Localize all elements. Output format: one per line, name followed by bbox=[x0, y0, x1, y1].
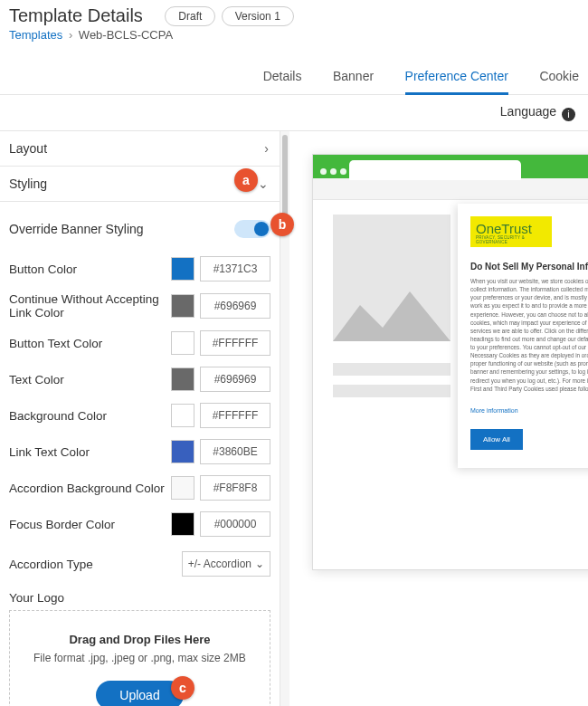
override-label: Override Banner Styling bbox=[9, 222, 144, 236]
color-hex-input[interactable]: #FFFFFF bbox=[200, 403, 270, 428]
annotation-c: c bbox=[171, 676, 194, 700]
color-label: Continue Without Accepting Link Color bbox=[9, 292, 171, 320]
info-icon[interactable]: i bbox=[562, 108, 575, 121]
color-label: Accordion Background Color bbox=[9, 482, 171, 495]
svg-marker-0 bbox=[333, 291, 450, 341]
tab-banner[interactable]: Banner bbox=[333, 60, 374, 94]
color-label: Button Text Color bbox=[9, 337, 171, 350]
page-header: Template Details Draft Version 1 Templat… bbox=[0, 0, 588, 42]
accordion-type-row: Accordion Type +/- Accordion ⌄ bbox=[9, 542, 270, 586]
color-label: Link Text Color bbox=[9, 445, 171, 459]
color-swatch[interactable] bbox=[171, 476, 194, 500]
color-hex-input[interactable]: #3860BE bbox=[200, 439, 270, 464]
color-label: Button Color bbox=[9, 262, 171, 276]
language-row: Language i bbox=[0, 95, 588, 130]
color-hex-input[interactable]: #1371C3 bbox=[200, 256, 270, 281]
placeholder-bar-2 bbox=[333, 385, 450, 397]
color-row-3: Text Color#696969 bbox=[9, 361, 270, 397]
onetrust-logo-text: OneTrust bbox=[476, 222, 546, 235]
color-hex-input[interactable]: #696969 bbox=[200, 293, 270, 319]
preview-modal: OneTrust PRIVACY, SECURITY & GOVERNANCE … bbox=[458, 204, 588, 468]
accordion-type-value: +/- Accordion bbox=[188, 558, 251, 570]
color-swatch[interactable] bbox=[171, 440, 194, 463]
placeholder-bar-1 bbox=[333, 363, 450, 376]
pill-version: Version 1 bbox=[222, 6, 294, 26]
accordion-type-select[interactable]: +/- Accordion ⌄ bbox=[182, 551, 270, 577]
preview-browser: OneTrust PRIVACY, SECURITY & GOVERNANCE … bbox=[312, 154, 588, 570]
color-swatch[interactable] bbox=[171, 331, 194, 355]
main-area: Layout › Styling ⌄ a Override Banner Sty… bbox=[0, 130, 588, 706]
preview-pane: OneTrust PRIVACY, SECURITY & GOVERNANCE … bbox=[289, 131, 588, 706]
chevron-right-icon: › bbox=[69, 28, 72, 42]
color-swatch[interactable] bbox=[171, 257, 194, 281]
tab-cookie[interactable]: Cookie bbox=[539, 60, 579, 94]
color-swatch[interactable] bbox=[171, 512, 194, 536]
chevron-down-icon: ⌄ bbox=[258, 176, 269, 191]
pill-draft: Draft bbox=[165, 6, 215, 26]
preview-url-bar bbox=[313, 178, 588, 200]
preview-browser-top bbox=[313, 155, 588, 178]
color-swatch[interactable] bbox=[171, 367, 194, 391]
status-pills: Draft Version 1 bbox=[165, 6, 296, 26]
annotation-b: b bbox=[270, 213, 294, 236]
styling-panel: Override Banner Styling b Button Color#1… bbox=[0, 202, 280, 706]
color-hex-input[interactable]: #696969 bbox=[200, 367, 270, 392]
scrollbar-thumb[interactable] bbox=[282, 135, 288, 216]
preview-allow-all-button[interactable]: Allow All bbox=[470, 429, 523, 450]
chevron-down-icon: ⌄ bbox=[255, 558, 264, 570]
breadcrumb-current: Web-BCLS-CCPA bbox=[79, 28, 173, 42]
logo-dropzone[interactable]: Drag and Drop Files Here File format .jp… bbox=[9, 610, 270, 706]
section-layout-label: Layout bbox=[9, 141, 47, 156]
language-label: Language bbox=[500, 104, 556, 119]
preview-body: OneTrust PRIVACY, SECURITY & GOVERNANCE … bbox=[313, 200, 588, 570]
preview-modal-body: When you visit our website, we store coo… bbox=[470, 277, 588, 393]
color-row-7: Focus Border Color#000000 bbox=[9, 506, 270, 542]
color-row-0: Button Color#1371C3 bbox=[9, 251, 270, 287]
color-row-6: Accordion Background Color#F8F8F8 bbox=[9, 470, 270, 506]
color-swatch[interactable] bbox=[171, 294, 194, 318]
section-styling-label: Styling bbox=[9, 176, 47, 191]
sidebar: Layout › Styling ⌄ a Override Banner Sty… bbox=[0, 131, 280, 706]
color-row-2: Button Text Color#FFFFFF bbox=[9, 325, 270, 361]
breadcrumb-root[interactable]: Templates bbox=[9, 28, 62, 42]
preview-more-info-link[interactable]: More information bbox=[470, 407, 518, 414]
color-swatch[interactable] bbox=[171, 404, 194, 427]
color-hex-input[interactable]: #FFFFFF bbox=[200, 330, 270, 356]
upload-button[interactable]: Upload bbox=[96, 681, 183, 706]
override-toggle[interactable] bbox=[234, 220, 270, 238]
chevron-right-icon: › bbox=[264, 141, 269, 156]
color-label: Focus Border Color bbox=[9, 518, 171, 531]
color-row-1: Continue Without Accepting Link Color#69… bbox=[9, 287, 270, 325]
preview-modal-title: Do Not Sell My Personal Information bbox=[470, 262, 588, 272]
tab-preference-center[interactable]: Preference Center bbox=[405, 60, 508, 95]
section-styling[interactable]: Styling ⌄ a bbox=[0, 167, 280, 202]
tab-bar: Details Banner Preference Center Cookie bbox=[0, 42, 588, 95]
color-label: Background Color bbox=[9, 409, 171, 423]
override-row: Override Banner Styling b bbox=[9, 207, 270, 251]
onetrust-logo-tag: PRIVACY, SECURITY & GOVERNANCE bbox=[476, 235, 546, 244]
page-title: Template Details bbox=[9, 5, 143, 26]
color-row-4: Background Color#FFFFFF bbox=[9, 397, 270, 434]
placeholder-image bbox=[333, 215, 450, 341]
onetrust-logo: OneTrust PRIVACY, SECURITY & GOVERNANCE bbox=[470, 216, 552, 247]
annotation-a: a bbox=[234, 168, 258, 192]
color-hex-input[interactable]: #F8F8F8 bbox=[200, 475, 270, 501]
color-label: Text Color bbox=[9, 373, 171, 386]
color-hex-input[interactable]: #000000 bbox=[200, 511, 270, 537]
breadcrumb: Templates › Web-BCLS-CCPA bbox=[9, 26, 579, 42]
tab-details[interactable]: Details bbox=[263, 60, 302, 94]
logo-label: Your Logo bbox=[9, 586, 270, 610]
color-row-5: Link Text Color#3860BE bbox=[9, 434, 270, 470]
dropzone-sub: File format .jpg, .jpeg or .png, max siz… bbox=[26, 652, 253, 664]
accordion-type-label: Accordion Type bbox=[9, 558, 182, 571]
section-layout[interactable]: Layout › bbox=[0, 131, 280, 167]
dropzone-title: Drag and Drop Files Here bbox=[26, 633, 253, 646]
